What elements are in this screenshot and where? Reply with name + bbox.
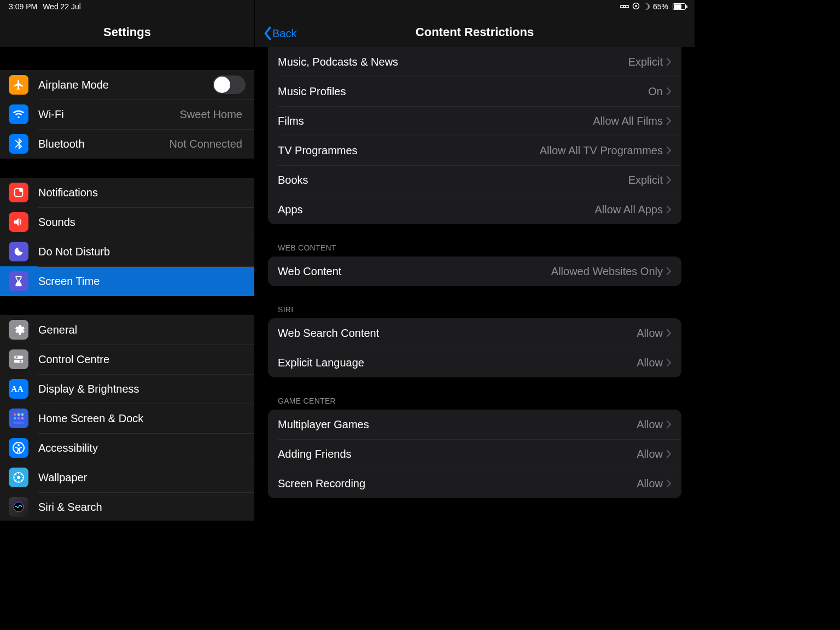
sidebar-item-home[interactable]: Home Screen & Dock: [0, 404, 254, 433]
row-label: Films: [278, 115, 593, 127]
sidebar-item-label: Bluetooth: [38, 138, 170, 150]
row-value: Allow All Apps: [594, 203, 663, 216]
sidebar-item-value: Sweet Home: [180, 108, 243, 121]
moon-icon: [9, 242, 28, 261]
sidebar-item-sounds[interactable]: Sounds: [0, 207, 254, 237]
siri-icon: [9, 497, 28, 517]
row-label: Apps: [278, 203, 594, 216]
svg-rect-8: [14, 360, 24, 363]
row-label: Books: [278, 174, 628, 186]
svg-rect-3: [635, 5, 637, 7]
row-label: Adding Friends: [278, 448, 637, 460]
row-value: On: [648, 85, 663, 98]
sidebar-item-general[interactable]: General: [0, 315, 254, 345]
homescreen-icon: [9, 409, 28, 428]
sidebar-item-bluetooth[interactable]: BluetoothNot Connected: [0, 129, 254, 159]
chevron-left-icon: [262, 26, 272, 40]
battery-icon: [673, 3, 686, 10]
svg-point-21: [17, 476, 20, 479]
svg-rect-11: [14, 413, 16, 416]
sidebar-item-control[interactable]: Control Centre: [0, 345, 254, 374]
chevron-right-icon: [666, 479, 672, 488]
sidebar-item-display[interactable]: AADisplay & Brightness: [0, 374, 254, 404]
bluetooth-icon: [9, 134, 28, 154]
sidebar-item-value: Not Connected: [170, 138, 242, 150]
sidebar-item-siri[interactable]: Siri & Search: [0, 492, 254, 521]
battery-percent: 65%: [653, 2, 668, 11]
row-tv[interactable]: TV ProgrammesAllow All TV Programmes: [268, 136, 681, 165]
sidebar-item-airplane[interactable]: Airplane Mode: [0, 70, 254, 100]
row-label: Screen Recording: [278, 477, 637, 490]
row-label: Music Profiles: [278, 85, 648, 98]
content-title: Content Restrictions: [416, 25, 534, 39]
row-web[interactable]: Web ContentAllowed Websites Only: [268, 256, 681, 286]
controlcentre-icon: [9, 349, 28, 369]
row-value: Allow All TV Programmes: [540, 144, 663, 157]
sidebar-item-label: General: [38, 324, 246, 336]
sidebar-item-label: Notifications: [38, 186, 246, 199]
row-label: Multiplayer Games: [278, 418, 637, 431]
chevron-right-icon: [666, 450, 672, 458]
svg-rect-6: [14, 356, 24, 359]
sidebar-item-label: Wallpaper: [38, 471, 246, 484]
row-profiles[interactable]: Music ProfilesOn: [268, 77, 681, 106]
chevron-right-icon: [666, 87, 672, 96]
group-header: SIRI: [255, 305, 695, 318]
chevron-right-icon: [666, 358, 672, 367]
row-label: TV Programmes: [278, 144, 540, 157]
svg-rect-1: [623, 5, 629, 8]
sidebar-item-label: Accessibility: [38, 442, 246, 454]
airplane-toggle[interactable]: [213, 75, 246, 94]
row-books[interactable]: BooksExplicit: [268, 165, 681, 195]
row-value: Allow: [637, 327, 663, 340]
sidebar-item-label: Airplane Mode: [38, 79, 213, 91]
gear-icon: [9, 320, 28, 340]
sidebar-item-label: Sounds: [38, 216, 246, 229]
row-value: Explicit: [628, 174, 663, 186]
status-date: Wed 22 Jul: [43, 2, 81, 11]
row-label: Web Search Content: [278, 327, 637, 340]
row-value: Allow: [637, 357, 663, 369]
svg-rect-15: [18, 417, 20, 419]
row-explicit[interactable]: Explicit LanguageAllow: [268, 348, 681, 377]
chevron-right-icon: [666, 176, 672, 184]
row-websearch[interactable]: Web Search ContentAllow: [268, 318, 681, 348]
display-icon: AA: [9, 379, 28, 399]
svg-rect-17: [13, 422, 24, 424]
svg-point-9: [20, 360, 22, 363]
row-friends[interactable]: Adding FriendsAllow: [268, 439, 681, 469]
sidebar-item-accessibility[interactable]: Accessibility: [0, 433, 254, 463]
chevron-right-icon: [666, 116, 672, 125]
svg-rect-13: [21, 413, 24, 416]
row-value: Allow: [637, 418, 663, 431]
sidebar-title: Settings: [103, 25, 151, 39]
status-bar: 3:09 PM Wed 22 Jul 65%: [0, 0, 695, 13]
sidebar-item-screentime[interactable]: Screen Time: [0, 266, 254, 296]
sidebar-item-wallpaper[interactable]: Wallpaper: [0, 463, 254, 492]
row-multiplayer[interactable]: Multiplayer GamesAllow: [268, 410, 681, 439]
chevron-right-icon: [666, 420, 672, 429]
back-button[interactable]: Back: [262, 26, 296, 40]
row-films[interactable]: FilmsAllow All Films: [268, 106, 681, 136]
sidebar-item-label: Control Centre: [38, 353, 246, 366]
chevron-right-icon: [666, 267, 672, 276]
row-music[interactable]: Music, Podcasts & NewsExplicit: [268, 47, 681, 77]
row-recording[interactable]: Screen RecordingAllow: [268, 469, 681, 498]
sidebar-item-dnd[interactable]: Do Not Disturb: [0, 237, 254, 266]
content-pane: Back Content Restrictions Music, Podcast…: [254, 0, 695, 521]
hourglass-icon: [9, 271, 28, 291]
sidebar-item-notifications[interactable]: Notifications: [0, 178, 254, 207]
row-label: Web Content: [278, 265, 551, 278]
svg-point-7: [15, 356, 18, 358]
back-label: Back: [272, 27, 296, 40]
airplane-icon: [9, 75, 28, 95]
sidebar-item-label: Siri & Search: [38, 501, 246, 514]
sidebar-item-wifi[interactable]: Wi-FiSweet Home: [0, 100, 254, 129]
row-apps[interactable]: AppsAllow All Apps: [268, 195, 681, 224]
row-label: Music, Podcasts & News: [278, 56, 628, 68]
svg-point-19: [18, 444, 20, 446]
chevron-right-icon: [666, 146, 672, 155]
group-header: WEB CONTENT: [255, 243, 695, 256]
svg-rect-14: [14, 417, 16, 419]
row-value: Explicit: [628, 56, 663, 68]
